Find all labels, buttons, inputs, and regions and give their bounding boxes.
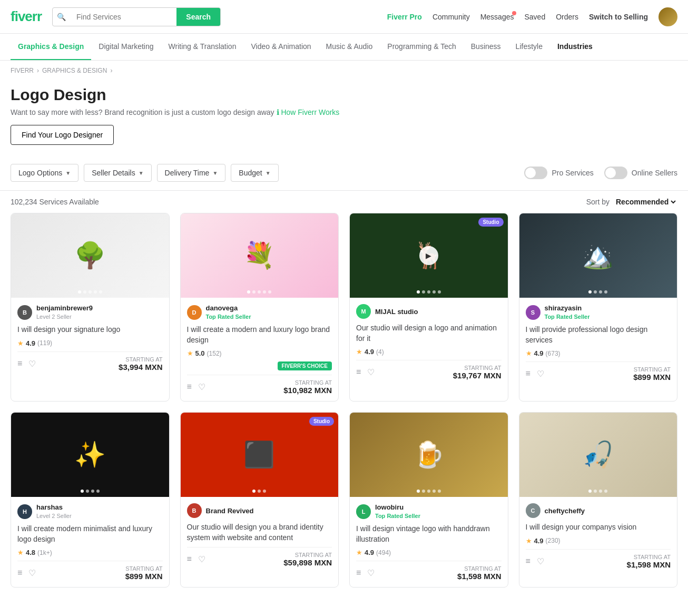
service-card[interactable]: 🦌 Studio ▶ M MIJAL studio Our studio wil… [349,213,508,402]
cat-lifestyle[interactable]: Lifestyle [508,34,550,60]
favorite-icon[interactable]: ♡ [28,568,36,578]
card-dots [588,490,607,493]
page-title: Logo Design [11,86,677,104]
user-avatar[interactable] [658,7,677,26]
service-card[interactable]: ⬛ Studio B Brand Revived Our studio will… [180,412,339,588]
cat-graphics-design[interactable]: Graphics & Design [11,34,91,60]
price-value: $1,598 MXN [627,560,671,569]
seller-name: harshas [36,503,72,511]
online-sellers-toggle-group: Online Sellers [604,167,677,179]
review-count: (152) [207,350,222,357]
card-price: STARTING AT $10,982 MXN [283,379,332,395]
rating-value: 4.9 [534,537,544,545]
favorite-icon[interactable]: ♡ [367,367,375,377]
switch-to-selling-link[interactable]: Switch to Selling [589,13,648,21]
online-sellers-toggle[interactable] [604,167,627,179]
card-dots [417,490,441,493]
favorite-icon[interactable]: ♡ [537,556,544,566]
search-button[interactable]: Search [176,8,220,26]
cat-business[interactable]: Business [464,34,508,60]
seller-info: B benjaminbrewer9 Level 2 Seller [17,304,163,320]
compare-icon[interactable]: ≡ [526,556,530,566]
saved-link[interactable]: Saved [524,13,545,21]
card-dot [91,490,94,493]
favorite-icon[interactable]: ♡ [198,554,205,564]
logo-options-filter[interactable]: Logo Options ▼ [11,164,78,182]
budget-chevron: ▼ [266,170,271,176]
find-designer-button[interactable]: Find Your Logo Designer [11,125,114,145]
cat-writing-translation[interactable]: Writing & Translation [161,34,244,60]
compare-icon[interactable]: ≡ [356,568,361,578]
top-rated-badge: Top Rated Seller [545,314,590,320]
card-dot [588,490,592,493]
fiverr-pro-link[interactable]: Fiverr Pro [387,13,422,21]
breadcrumb-home[interactable]: FIVERR [11,67,34,74]
cat-industries[interactable]: Industries [550,34,600,60]
favorite-icon[interactable]: ♡ [198,382,205,392]
how-fiverr-works-link[interactable]: ℹ How Fiverr Works [277,108,340,116]
card-body: C cheftycheffy I will design your compan… [519,497,677,575]
cat-video-animation[interactable]: Video & Animation [243,34,318,60]
card-body: D danovega Top Rated Seller I will creat… [181,298,339,401]
card-body: B benjaminbrewer9 Level 2 Seller I will … [11,298,169,378]
sort-select[interactable]: Recommended [614,197,677,207]
compare-icon[interactable]: ≡ [187,382,192,392]
favorite-icon[interactable]: ♡ [28,359,36,369]
card-actions: ≡ ♡ [17,568,36,578]
card-price: STARTING AT $59,898 MXN [283,552,332,567]
card-image: 🌳 [11,213,169,298]
card-title: I will create modern minimalist and luxu… [17,524,163,544]
compare-icon[interactable]: ≡ [187,554,192,564]
favorite-icon[interactable]: ♡ [537,369,544,379]
card-dot [78,290,81,294]
online-sellers-label: Online Sellers [632,169,677,177]
community-link[interactable]: Community [433,13,470,21]
favorite-icon[interactable]: ♡ [367,568,375,578]
card-dots [252,490,266,493]
search-input[interactable] [70,8,176,25]
service-card[interactable]: 🏔️ S shirazyasin Top Rated Seller I will… [519,213,678,402]
delivery-time-chevron: ▼ [212,170,218,176]
cat-digital-marketing[interactable]: Digital Marketing [91,34,161,60]
seller-details-filter[interactable]: Seller Details ▼ [84,164,151,182]
card-footer: ≡ ♡ STARTING AT $19,767 MXN [356,360,502,380]
rating-value: 4.9 [365,348,374,356]
card-dot [263,490,266,493]
pro-services-toggle[interactable] [524,167,547,179]
seller-avatar: C [526,503,540,518]
cat-music-audio[interactable]: Music & Audio [319,34,380,60]
card-dot [417,490,420,493]
delivery-time-filter[interactable]: Delivery Time ▼ [157,164,226,182]
compare-icon[interactable]: ≡ [17,568,22,578]
card-dot [604,490,607,493]
compare-icon[interactable]: ≡ [356,367,361,377]
service-card[interactable]: 🍺 L lowobiru Top Rated Seller I will des… [349,412,508,588]
rating-value: 4.9 [26,339,35,347]
studio-badge: Studio [309,417,334,426]
service-card[interactable]: 💐 D danovega Top Rated Seller I will cre… [180,213,339,402]
star-icon: ★ [356,549,362,556]
service-card[interactable]: 🌳 B benjaminbrewer9 Level 2 Seller I wil… [11,213,170,402]
starting-at-label: STARTING AT [283,552,332,558]
logo[interactable]: fiverr [11,8,42,25]
compare-icon[interactable]: ≡ [17,359,22,369]
cat-programming-tech[interactable]: Programming & Tech [380,34,463,60]
messages-link[interactable]: Messages [480,13,514,21]
card-actions: ≡ ♡ [526,369,544,379]
filters-bar: Logo Options ▼ Seller Details ▼ Delivery… [0,155,688,191]
card-actions: ≡ ♡ [187,382,205,392]
service-card[interactable]: 🎣 C cheftycheffy I will design your comp… [519,412,678,588]
card-dot [433,290,436,294]
play-button[interactable]: ▶ [419,246,438,265]
card-image: ✨ [11,413,169,497]
card-dot [422,290,425,294]
seller-level: Level 2 Seller [36,314,72,320]
service-card[interactable]: ✨ H harshas Level 2 Seller I will create… [11,412,170,588]
card-title: I will design your companys vision [526,522,671,533]
budget-filter[interactable]: Budget ▼ [231,164,278,182]
starting-at-label: STARTING AT [627,554,671,560]
rating-value: 4.8 [26,549,35,556]
compare-icon[interactable]: ≡ [526,369,530,379]
breadcrumb-graphics[interactable]: GRAPHICS & DESIGN [42,67,107,74]
orders-link[interactable]: Orders [556,13,578,21]
